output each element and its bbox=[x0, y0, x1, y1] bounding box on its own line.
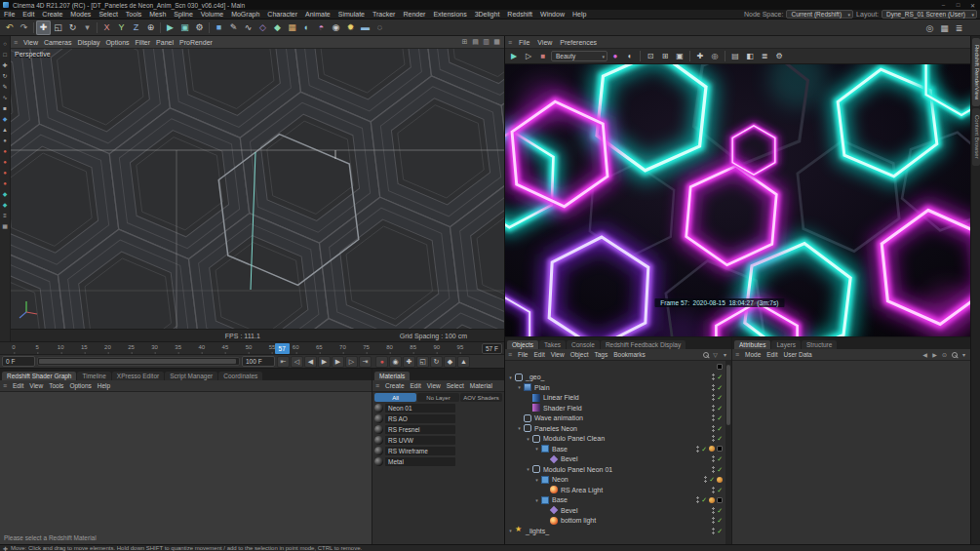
filter-icon[interactable]: ▽ bbox=[711, 350, 720, 359]
timeline-tick[interactable]: 0 bbox=[12, 344, 15, 350]
menu-item[interactable]: Select bbox=[95, 11, 121, 18]
visibility-dots[interactable] bbox=[712, 528, 715, 534]
material-filter-button[interactable]: All bbox=[374, 393, 416, 402]
rotate-icon[interactable]: ↻ bbox=[1, 71, 10, 80]
timeline-tick[interactable]: 75 bbox=[363, 344, 370, 350]
materials-menu-item[interactable]: View bbox=[424, 382, 444, 389]
rotate-tool-icon[interactable]: ↻ bbox=[65, 20, 80, 35]
ipr-render-icon[interactable]: ▷ bbox=[522, 50, 535, 62]
timeline-tick[interactable]: 90 bbox=[433, 344, 440, 350]
orange-tag-icon[interactable] bbox=[717, 477, 723, 483]
menu-item[interactable]: 3Delight bbox=[471, 11, 504, 18]
pan-view-icon[interactable]: ✚ bbox=[693, 50, 707, 62]
black-tag-icon[interactable] bbox=[717, 364, 723, 370]
menu-item[interactable]: Edit bbox=[19, 11, 38, 18]
object-row[interactable]: ▾_geo_✓ bbox=[505, 373, 731, 383]
enabled-check-icon[interactable]: ✓ bbox=[717, 487, 723, 493]
mograph-teal-icon-2[interactable]: ◆ bbox=[1, 200, 10, 209]
undo-icon[interactable]: ↶ bbox=[2, 20, 17, 35]
cube-icon[interactable]: ■ bbox=[1, 103, 10, 112]
polygon-icon[interactable]: ▲ bbox=[1, 125, 10, 134]
object-row[interactable]: ▾Base✓ bbox=[505, 444, 731, 454]
lock-z-axis-icon[interactable]: Z bbox=[129, 20, 143, 35]
menu-item[interactable]: Modes bbox=[66, 11, 95, 18]
viewport-menu-item[interactable]: Cameras bbox=[41, 39, 74, 46]
object-label[interactable]: Bevel bbox=[559, 507, 580, 514]
object-row[interactable]: Wave animation✓ bbox=[505, 413, 731, 424]
panel-tab[interactable]: Script Manager bbox=[165, 372, 217, 380]
material-name[interactable]: Metal bbox=[385, 457, 455, 466]
play-button[interactable]: ▶ bbox=[318, 356, 331, 368]
panel-tab[interactable]: Timeline bbox=[77, 372, 110, 380]
nav-forward-icon[interactable]: ▶ bbox=[930, 350, 939, 359]
next-frame-button[interactable]: ▶ bbox=[332, 356, 344, 368]
visibility-dots[interactable] bbox=[696, 446, 699, 453]
expand-icon[interactable]: ▾ bbox=[533, 477, 540, 483]
materials-tab[interactable]: Materials bbox=[374, 372, 410, 380]
renderview-menu-item[interactable]: View bbox=[533, 39, 556, 46]
panel-menu-icon[interactable] bbox=[505, 351, 515, 358]
pen-icon[interactable]: ✎ bbox=[1, 82, 10, 91]
visibility-dots[interactable] bbox=[712, 414, 715, 421]
object-label[interactable]: Linear Field bbox=[541, 394, 581, 401]
visibility-dots[interactable] bbox=[712, 394, 715, 401]
enabled-check-icon[interactable]: ✓ bbox=[717, 466, 723, 473]
snap-toggle-icon[interactable]: ◎ bbox=[922, 20, 937, 35]
sky-icon[interactable]: ◌ bbox=[372, 20, 387, 35]
panel-options-icon[interactable]: ▾ bbox=[721, 350, 729, 359]
enabled-check-icon[interactable]: ✓ bbox=[717, 374, 723, 380]
timeline-tick[interactable]: 95 bbox=[457, 344, 464, 350]
right-view-icon[interactable]: ▥ bbox=[481, 37, 491, 48]
timeline-tick[interactable]: 40 bbox=[198, 344, 205, 350]
visibility-dots[interactable] bbox=[704, 476, 707, 483]
panel-tab[interactable]: Console bbox=[567, 340, 600, 349]
menu-item[interactable]: Extensions bbox=[429, 11, 470, 18]
menu-item[interactable]: Tracker bbox=[369, 11, 399, 18]
viewport-menu-item[interactable]: Options bbox=[102, 39, 132, 46]
next-key-button[interactable]: ▷ bbox=[345, 356, 358, 368]
record-keyframe-button[interactable]: ● bbox=[375, 356, 388, 368]
renderview-menu-item[interactable]: File bbox=[515, 39, 533, 46]
panel-tab[interactable]: Takes bbox=[539, 340, 566, 349]
panel-tab[interactable]: XPresso Editor bbox=[112, 372, 164, 380]
nav-back-icon[interactable]: ◀ bbox=[921, 350, 929, 359]
timeline-tick[interactable]: 45 bbox=[222, 344, 229, 350]
material-swatch[interactable] bbox=[374, 457, 383, 466]
last-tool-icon[interactable]: ▾ bbox=[80, 20, 95, 35]
timeline-tick[interactable]: 35 bbox=[175, 344, 181, 350]
materials-menu-item[interactable]: Material bbox=[467, 382, 495, 389]
object-menu-item[interactable]: Tags bbox=[591, 351, 610, 358]
material-swatch[interactable] bbox=[374, 436, 383, 445]
attributes-menu-item[interactable]: User Data bbox=[780, 351, 814, 358]
material-item[interactable]: RS Wireframe bbox=[372, 446, 504, 456]
list-icon[interactable]: ≡ bbox=[1, 211, 10, 219]
timeline-tick[interactable]: 80 bbox=[386, 344, 393, 350]
menu-item[interactable]: Render bbox=[399, 11, 429, 18]
enabled-check-icon[interactable]: ✓ bbox=[701, 496, 707, 503]
clay-toggle-icon[interactable]: ◐ bbox=[623, 50, 637, 62]
timeline-tick[interactable]: 20 bbox=[104, 344, 111, 350]
pixel-ratio-icon[interactable]: ▣ bbox=[673, 50, 686, 62]
keyframe-position-button[interactable]: ✚ bbox=[403, 356, 415, 368]
panel-menu-icon[interactable] bbox=[505, 39, 515, 46]
panel-menu-icon[interactable] bbox=[0, 382, 10, 389]
enabled-check-icon[interactable]: ✓ bbox=[717, 394, 723, 401]
materials-menu-item[interactable]: Select bbox=[444, 382, 467, 389]
object-row[interactable] bbox=[505, 362, 731, 373]
object-label[interactable]: Neon bbox=[550, 476, 570, 483]
sphere-icon[interactable]: ● bbox=[1, 136, 10, 144]
deformer-icon[interactable]: ◓ bbox=[314, 20, 329, 35]
top-view-icon[interactable]: ▤ bbox=[470, 37, 481, 48]
shader-graph-menu-item[interactable]: Help bbox=[95, 382, 113, 389]
spline-icon[interactable]: ∿ bbox=[1, 93, 10, 101]
timeline-tick[interactable]: 65 bbox=[316, 344, 323, 350]
shader-graph-menu-item[interactable]: Tools bbox=[46, 382, 66, 389]
visibility-dots[interactable] bbox=[712, 487, 715, 493]
live-selection-icon[interactable]: ○ bbox=[1, 39, 10, 48]
black-tag-icon[interactable] bbox=[717, 497, 723, 503]
expand-icon[interactable]: ▾ bbox=[525, 466, 531, 472]
panel-tab[interactable]: Redshift Feedback Display bbox=[601, 340, 686, 349]
deformer-red-icon-3[interactable]: ● bbox=[1, 168, 10, 177]
timeline-tick[interactable]: 30 bbox=[151, 344, 158, 350]
keyframe-parameter-button[interactable]: ◆ bbox=[444, 356, 456, 368]
